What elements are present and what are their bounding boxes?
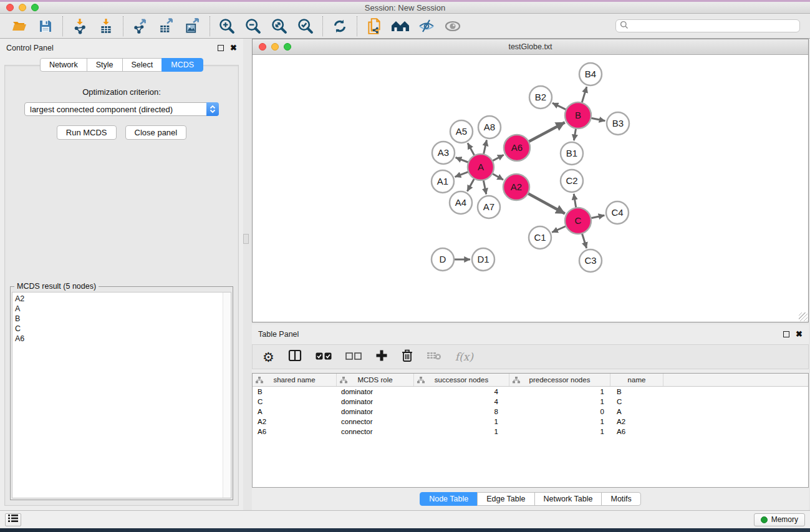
table-row[interactable]: Bdominator41B [253, 387, 808, 397]
open-session-button[interactable] [9, 16, 30, 36]
table-cell[interactable]: B [610, 388, 663, 395]
table-cell[interactable]: A6 [253, 428, 337, 435]
graph-edge-A-A5[interactable] [468, 143, 475, 155]
table-cell[interactable]: A6 [610, 428, 663, 435]
tab-network[interactable]: Network [40, 58, 87, 72]
column-header-shared-name[interactable]: shared name [253, 374, 337, 386]
memory-button[interactable]: Memory [754, 513, 805, 526]
graph-node-D[interactable]: D [432, 248, 454, 271]
tab-motifs[interactable]: Motifs [601, 492, 640, 506]
table-cell[interactable]: 1 [414, 418, 509, 425]
float-panel-icon[interactable] [218, 45, 224, 51]
graph-edge-A-A3[interactable] [456, 158, 469, 163]
table-cell[interactable]: 1 [509, 388, 610, 395]
graph-edge-A-A2[interactable] [492, 173, 503, 180]
close-table-panel-icon[interactable]: ✖ [796, 331, 803, 337]
table-cell[interactable]: 1 [414, 428, 509, 435]
graph-edge-B-B1[interactable] [574, 128, 576, 141]
graph-node-A1[interactable]: A1 [432, 170, 454, 193]
save-session-button[interactable] [35, 16, 56, 36]
table-cell[interactable]: 1 [509, 418, 610, 425]
table-cell[interactable]: connector [337, 418, 414, 425]
export-image-button[interactable] [182, 16, 203, 36]
table-row[interactable]: A6connector11A6 [253, 427, 808, 437]
table-cell[interactable]: A2 [610, 418, 663, 425]
import-network-button[interactable] [69, 16, 90, 36]
graph-node-A8[interactable]: A8 [478, 116, 501, 138]
tab-node-table[interactable]: Node Table [420, 492, 478, 506]
tab-style[interactable]: Style [87, 58, 123, 72]
network-window-titlebar[interactable]: testGlobe.txt [253, 39, 808, 55]
unselect-all-columns-button[interactable] [345, 347, 362, 366]
column-header-mcds-role[interactable]: MCDS role [337, 374, 414, 386]
result-list-scrollbar[interactable] [223, 293, 231, 498]
graph-node-C2[interactable]: C2 [561, 170, 583, 192]
graph-edge-A6-B[interactable] [529, 122, 565, 142]
graph-node-B3[interactable]: B3 [607, 112, 629, 135]
graph-edge-C-C4[interactable] [591, 215, 605, 218]
graph-node-B1[interactable]: B1 [561, 142, 583, 165]
search-input[interactable] [631, 22, 796, 31]
column-header-successor-nodes[interactable]: successor nodes [414, 374, 509, 386]
table-cell[interactable]: C [610, 398, 663, 405]
refresh-view-button[interactable] [329, 16, 350, 36]
splitter-grip[interactable] [243, 234, 249, 244]
table-row[interactable]: A2connector11A2 [253, 417, 808, 427]
result-list-item[interactable]: B [15, 314, 223, 324]
table-cell[interactable]: 1 [509, 428, 610, 435]
float-table-panel-icon[interactable] [783, 331, 789, 337]
table-cell[interactable]: 1 [509, 398, 610, 405]
graph-edge-B-B3[interactable] [591, 118, 605, 121]
table-cell[interactable]: 0 [509, 408, 610, 415]
column-header-predecessor-nodes[interactable]: predecessor nodes [509, 374, 610, 386]
run-mcds-button[interactable]: Run MCDS [57, 125, 117, 140]
table-settings-button[interactable]: ⚙ [263, 347, 274, 366]
graph-edge-A-A1[interactable] [455, 172, 469, 177]
graph-node-A4[interactable]: A4 [450, 191, 472, 214]
zoom-selected-button[interactable] [295, 16, 316, 36]
graph-edge-A-A4[interactable] [467, 178, 474, 191]
result-list-item[interactable]: A2 [15, 294, 223, 304]
graph-node-C3[interactable]: C3 [579, 249, 602, 272]
graph-node-A2[interactable]: A2 [503, 174, 529, 200]
graph-node-C1[interactable]: C1 [529, 226, 551, 249]
graph-node-B2[interactable]: B2 [529, 86, 552, 109]
table-cell[interactable]: A2 [253, 418, 337, 425]
table-cell[interactable]: 8 [414, 408, 509, 415]
graph-node-C[interactable]: C [565, 208, 591, 234]
table-row[interactable]: Cdominator41C [253, 397, 808, 407]
result-list-item[interactable]: C [15, 324, 223, 334]
result-list-item[interactable]: A6 [15, 334, 223, 344]
clone-network-button[interactable] [364, 16, 385, 36]
graph-node-A7[interactable]: A7 [478, 196, 500, 218]
table-cell[interactable]: A [253, 408, 337, 415]
cybrowser-home-button[interactable] [390, 16, 411, 36]
graph-edge-A2-C[interactable] [528, 193, 565, 213]
zoom-fit-button[interactable] [269, 16, 290, 36]
table-cell[interactable]: dominator [337, 408, 414, 415]
export-network-button[interactable] [130, 16, 151, 36]
table-cell[interactable]: 4 [414, 398, 509, 405]
graph-node-A[interactable]: A [468, 154, 494, 180]
import-table-button[interactable] [95, 16, 117, 36]
function-builder-button[interactable]: f(x) [455, 347, 473, 366]
tab-edge-table[interactable]: Edge Table [477, 492, 534, 506]
table-cell[interactable]: A [610, 408, 663, 415]
table-cell[interactable]: dominator [337, 388, 414, 395]
show-columns-button[interactable] [288, 347, 302, 366]
table-row[interactable]: Adominator80A [253, 407, 808, 417]
tab-mcds[interactable]: MCDS [162, 58, 203, 72]
table-cell[interactable]: 4 [414, 388, 509, 395]
hide-graphics-details-button[interactable] [416, 16, 437, 36]
create-column-button[interactable] [375, 347, 388, 366]
column-header-name[interactable]: name [610, 374, 663, 386]
graph-node-B[interactable]: B [565, 102, 591, 128]
delete-column-button[interactable] [402, 347, 413, 366]
select-all-columns-button[interactable] [316, 347, 332, 366]
graph-edge-B-B2[interactable] [552, 103, 566, 110]
task-history-button[interactable] [5, 513, 21, 526]
graph-node-A3[interactable]: A3 [432, 142, 455, 164]
network-canvas[interactable]: B4B2BB3A8A5A6A3B1AA1C2A2A4A7C4CC1C3DD1 [253, 55, 808, 322]
table-cell[interactable]: dominator [337, 398, 414, 405]
graph-edge-C-C1[interactable] [552, 226, 566, 233]
